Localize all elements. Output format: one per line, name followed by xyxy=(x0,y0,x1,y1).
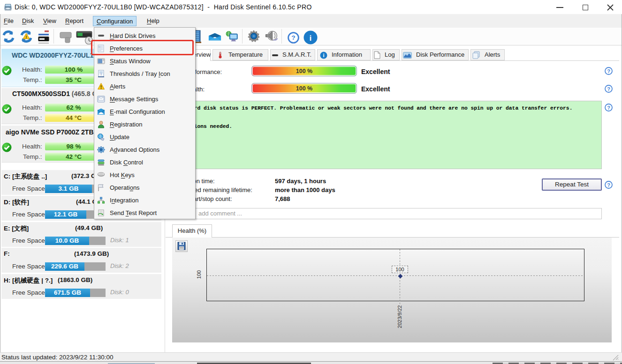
svg-text:i: i xyxy=(310,33,312,43)
svg-text:?: ? xyxy=(291,34,295,41)
svg-text:i: i xyxy=(323,52,324,58)
svg-text:?: ? xyxy=(607,182,610,188)
svg-text:!: ! xyxy=(26,35,27,39)
svg-text:?: ? xyxy=(607,105,610,111)
svg-text:?: ? xyxy=(607,68,610,74)
svg-text:?: ? xyxy=(607,86,610,92)
